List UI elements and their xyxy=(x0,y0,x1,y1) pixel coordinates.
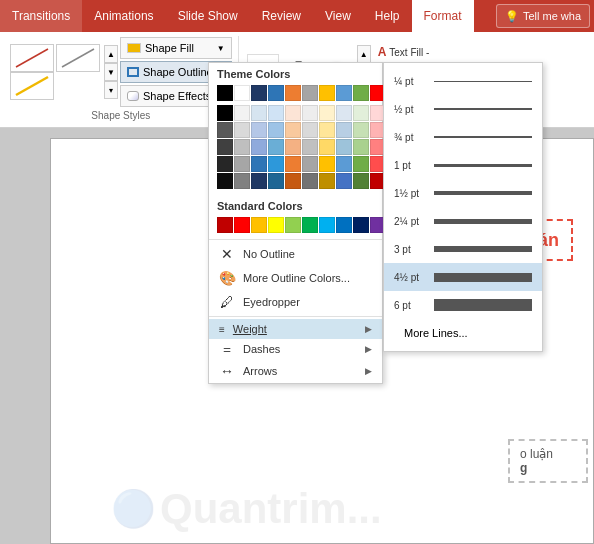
tint-color-cell[interactable] xyxy=(217,105,233,121)
weight-submenu: ¼ pt ½ pt ¾ pt 1 pt 1½ pt 2¼ pt 3 pt 4½ … xyxy=(383,62,543,352)
tint-color-cell[interactable] xyxy=(234,139,250,155)
tint-color-cell[interactable] xyxy=(268,156,284,172)
wordart-scroll-up[interactable]: ▲ xyxy=(357,45,371,63)
scroll-down[interactable]: ▼ xyxy=(104,63,118,81)
tint-color-cell[interactable] xyxy=(234,156,250,172)
theme-color-cell[interactable] xyxy=(319,85,335,101)
text-fill-button[interactable]: A Text Fill - xyxy=(375,43,448,61)
tint-color-cell[interactable] xyxy=(268,173,284,189)
standard-colors-title: Standard Colors xyxy=(209,195,382,215)
theme-color-cell[interactable] xyxy=(268,85,284,101)
dashes-item[interactable]: ⚌ Dashes ▶ xyxy=(209,339,382,359)
tab-view[interactable]: View xyxy=(313,0,363,32)
standard-color-cell[interactable] xyxy=(319,217,335,233)
tab-animations[interactable]: Animations xyxy=(82,0,165,32)
theme-color-cell[interactable] xyxy=(302,85,318,101)
weight-submenu-item[interactable]: 6 pt xyxy=(384,291,542,319)
shape-style-1[interactable] xyxy=(10,44,54,72)
tint-color-cell[interactable] xyxy=(234,105,250,121)
standard-color-cell[interactable] xyxy=(353,217,369,233)
tint-color-cell[interactable] xyxy=(268,122,284,138)
tint-color-cell[interactable] xyxy=(285,122,301,138)
standard-color-cell[interactable] xyxy=(302,217,318,233)
theme-color-cell[interactable] xyxy=(251,85,267,101)
tab-slideshow[interactable]: Slide Show xyxy=(166,0,250,32)
tint-color-cell[interactable] xyxy=(217,122,233,138)
tint-color-cell[interactable] xyxy=(234,122,250,138)
more-lines-item[interactable]: More Lines... xyxy=(384,319,542,347)
tint-color-cell[interactable] xyxy=(302,105,318,121)
theme-color-cell[interactable] xyxy=(336,85,352,101)
tint-color-cell[interactable] xyxy=(285,139,301,155)
weight-submenu-item[interactable]: 4½ pt xyxy=(384,263,542,291)
tint-color-cell[interactable] xyxy=(251,105,267,121)
tint-color-cell[interactable] xyxy=(353,156,369,172)
shape-fill-button[interactable]: Shape Fill ▼ xyxy=(120,37,232,59)
tint-color-cell[interactable] xyxy=(251,173,267,189)
weight-submenu-item[interactable]: ½ pt xyxy=(384,95,542,123)
weight-item[interactable]: ≡ Weight ▶ xyxy=(209,319,382,339)
theme-color-cell[interactable] xyxy=(217,85,233,101)
weight-submenu-item[interactable]: 3 pt xyxy=(384,235,542,263)
tint-color-cell[interactable] xyxy=(251,139,267,155)
tab-format[interactable]: Format xyxy=(412,0,474,32)
shape-style-3[interactable] xyxy=(10,72,54,100)
tint-color-cell[interactable] xyxy=(353,139,369,155)
tint-color-cell[interactable] xyxy=(319,139,335,155)
standard-color-cell[interactable] xyxy=(251,217,267,233)
weight-submenu-item[interactable]: 1 pt xyxy=(384,151,542,179)
tint-color-cell[interactable] xyxy=(336,156,352,172)
tint-color-cell[interactable] xyxy=(302,173,318,189)
tint-color-cell[interactable] xyxy=(302,139,318,155)
shape-style-2[interactable] xyxy=(56,44,100,72)
tint-color-cell[interactable] xyxy=(353,173,369,189)
no-outline-item[interactable]: ✕ No Outline xyxy=(209,242,382,266)
tint-color-cell[interactable] xyxy=(251,156,267,172)
tint-color-cell[interactable] xyxy=(336,173,352,189)
tab-help[interactable]: Help xyxy=(363,0,412,32)
arrows-item[interactable]: ↔ Arrows ▶ xyxy=(209,359,382,383)
tint-color-cell[interactable] xyxy=(336,105,352,121)
scroll-expand[interactable]: ▾ xyxy=(104,81,118,99)
weight-submenu-item[interactable]: 1½ pt xyxy=(384,179,542,207)
tint-color-cell[interactable] xyxy=(319,173,335,189)
weight-submenu-item[interactable]: ¾ pt xyxy=(384,123,542,151)
outline-icon xyxy=(127,67,139,77)
eyedropper-item[interactable]: 🖊 Eyedropper xyxy=(209,290,382,314)
weight-pt-label: 6 pt xyxy=(394,300,426,311)
standard-color-cell[interactable] xyxy=(217,217,233,233)
tint-color-cell[interactable] xyxy=(336,122,352,138)
tint-color-cell[interactable] xyxy=(285,105,301,121)
tint-color-cell[interactable] xyxy=(285,173,301,189)
weight-submenu-item[interactable]: 2¼ pt xyxy=(384,207,542,235)
tint-color-cell[interactable] xyxy=(268,139,284,155)
theme-color-cell[interactable] xyxy=(285,85,301,101)
tint-color-cell[interactable] xyxy=(319,156,335,172)
tint-color-cell[interactable] xyxy=(302,122,318,138)
standard-color-cell[interactable] xyxy=(285,217,301,233)
tint-color-cell[interactable] xyxy=(234,173,250,189)
tint-color-cell[interactable] xyxy=(336,139,352,155)
tint-color-cell[interactable] xyxy=(319,105,335,121)
tint-color-cell[interactable] xyxy=(268,105,284,121)
tint-color-cell[interactable] xyxy=(251,122,267,138)
tint-color-cell[interactable] xyxy=(302,156,318,172)
more-outline-item[interactable]: 🎨 More Outline Colors... xyxy=(209,266,382,290)
standard-color-cell[interactable] xyxy=(268,217,284,233)
tint-color-cell[interactable] xyxy=(217,156,233,172)
weight-submenu-item[interactable]: ¼ pt xyxy=(384,67,542,95)
tint-color-cell[interactable] xyxy=(319,122,335,138)
theme-color-cell[interactable] xyxy=(234,85,250,101)
tint-color-cell[interactable] xyxy=(353,105,369,121)
standard-color-cell[interactable] xyxy=(234,217,250,233)
tab-transitions[interactable]: Transitions xyxy=(0,0,82,32)
tint-color-cell[interactable] xyxy=(285,156,301,172)
standard-color-cell[interactable] xyxy=(336,217,352,233)
tint-color-cell[interactable] xyxy=(353,122,369,138)
tell-me-input[interactable]: 💡 Tell me wha xyxy=(496,4,590,28)
theme-color-cell[interactable] xyxy=(353,85,369,101)
tab-review[interactable]: Review xyxy=(250,0,313,32)
scroll-up[interactable]: ▲ xyxy=(104,45,118,63)
tint-color-cell[interactable] xyxy=(217,173,233,189)
tint-color-cell[interactable] xyxy=(217,139,233,155)
